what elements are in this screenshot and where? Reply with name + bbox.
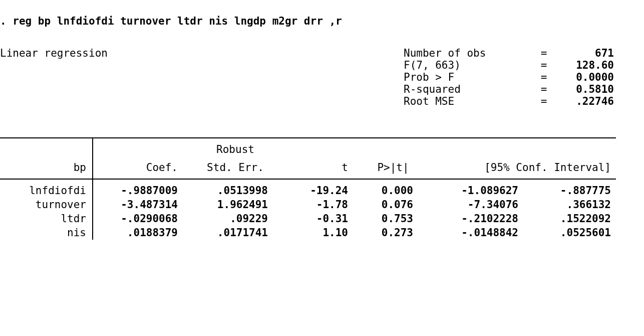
equals-sign: = xyxy=(534,59,554,71)
cell-cihi: .366132 xyxy=(528,198,616,212)
summary-value: .22746 xyxy=(554,95,614,107)
cell-cilo: -7.34076 xyxy=(428,198,528,212)
cell-cilo: -.2102228 xyxy=(428,212,528,226)
th-p: P>|t| xyxy=(358,156,428,179)
summary-label: Prob > F xyxy=(404,71,534,83)
table-row: turnover -3.487314 1.962491 -1.78 0.076 … xyxy=(0,198,616,212)
command-line: . reg bp lnfdiofdi turnover ltdr nis lng… xyxy=(0,15,644,27)
th-blank xyxy=(283,138,358,156)
var-name: lnfdiofdi xyxy=(0,179,93,198)
cell-coef: -.9887009 xyxy=(93,179,188,198)
summary-label: F(7, 663) xyxy=(404,59,534,71)
summary-row: F(7, 663) = 128.60 xyxy=(404,59,614,71)
cell-p: 0.273 xyxy=(358,226,428,240)
summary-row: R-squared = 0.5810 xyxy=(404,83,614,95)
th-t: t xyxy=(283,156,358,179)
summary-row: Root MSE = .22746 xyxy=(404,95,614,107)
equals-sign: = xyxy=(534,71,554,83)
summary-row: Prob > F = 0.0000 xyxy=(404,71,614,83)
coef-tbody: lnfdiofdi -.9887009 .0513998 -19.24 0.00… xyxy=(0,179,616,240)
cell-t: -1.78 xyxy=(283,198,358,212)
cell-t: -19.24 xyxy=(283,179,358,198)
summary-value: 0.5810 xyxy=(554,83,614,95)
cell-p: 0.000 xyxy=(358,179,428,198)
th-coef: Coef. xyxy=(93,156,188,179)
cell-cilo: -1.089627 xyxy=(428,179,528,198)
table-row: ltdr -.0290068 .09229 -0.31 0.753 -.2102… xyxy=(0,212,616,226)
th-ci: [95% Conf. Interval] xyxy=(428,156,616,179)
cell-p: 0.753 xyxy=(358,212,428,226)
th-robust: Robust xyxy=(188,138,283,156)
cell-cihi: .1522092 xyxy=(528,212,616,226)
cell-coef: -.0290068 xyxy=(93,212,188,226)
summary-block: Linear regression Number of obs = 671 F(… xyxy=(0,47,644,107)
summary-row: Number of obs = 671 xyxy=(404,47,614,59)
cell-p: 0.076 xyxy=(358,198,428,212)
th-blank xyxy=(528,138,616,156)
table-row: nis .0188379 .0171741 1.10 0.273 -.01488… xyxy=(0,226,616,240)
summary-value: 671 xyxy=(554,47,614,59)
summary-value: 0.0000 xyxy=(554,71,614,83)
cell-t: -0.31 xyxy=(283,212,358,226)
summary-label: Root MSE xyxy=(404,95,534,107)
cell-coef: -3.487314 xyxy=(93,198,188,212)
cell-se: 1.962491 xyxy=(188,198,283,212)
equals-sign: = xyxy=(534,83,554,95)
cell-cihi: -.887775 xyxy=(528,179,616,198)
cell-se: .0513998 xyxy=(188,179,283,198)
coef-table: Robust bp Coef. Std. Err. t P>|t| [95% C… xyxy=(0,137,616,240)
table-row: lnfdiofdi -.9887009 .0513998 -19.24 0.00… xyxy=(0,179,616,198)
summary-value: 128.60 xyxy=(554,59,614,71)
cell-se: .0171741 xyxy=(188,226,283,240)
summary-stats: Number of obs = 671 F(7, 663) = 128.60 P… xyxy=(404,47,644,107)
th-blank xyxy=(93,138,188,156)
cell-cilo: -.0148842 xyxy=(428,226,528,240)
cell-se: .09229 xyxy=(188,212,283,226)
cell-cihi: .0525601 xyxy=(528,226,616,240)
summary-label: Number of obs xyxy=(404,47,534,59)
stata-output: . reg bp lnfdiofdi turnover ltdr nis lng… xyxy=(0,0,644,240)
var-name: ltdr xyxy=(0,212,93,226)
th-depvar: bp xyxy=(0,156,93,179)
cell-coef: .0188379 xyxy=(93,226,188,240)
model-title: Linear regression xyxy=(0,47,108,107)
equals-sign: = xyxy=(534,95,554,107)
th-blank xyxy=(358,138,428,156)
var-name: turnover xyxy=(0,198,93,212)
th-blank xyxy=(0,138,93,156)
cell-t: 1.10 xyxy=(283,226,358,240)
summary-label: R-squared xyxy=(404,83,534,95)
var-name: nis xyxy=(0,226,93,240)
th-se: Std. Err. xyxy=(188,156,283,179)
equals-sign: = xyxy=(534,47,554,59)
th-blank xyxy=(428,138,528,156)
